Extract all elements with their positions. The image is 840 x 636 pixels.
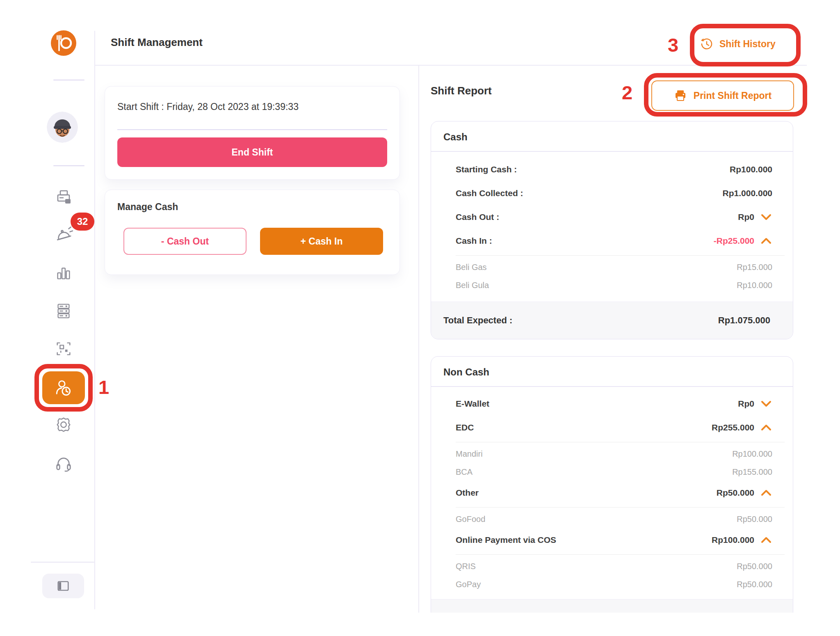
sidebar-bottom-divider bbox=[31, 562, 94, 563]
app-viewport: 32 bbox=[0, 0, 840, 613]
noncash-subrow-bca: BCA Rp155.000 bbox=[431, 463, 793, 481]
chevron-up-icon[interactable] bbox=[760, 423, 772, 432]
sidebar-divider bbox=[53, 80, 84, 80]
sidebar-item-cash-register[interactable] bbox=[54, 188, 74, 207]
sidebar-border bbox=[94, 31, 95, 609]
sidebar-item-kitchen-display[interactable] bbox=[54, 302, 73, 320]
row-divider bbox=[456, 554, 785, 555]
non-cash-card-title: Non Cash bbox=[431, 357, 793, 386]
noncash-row-online-payment-cos: Online Payment via COS Rp100.000 bbox=[431, 528, 793, 552]
cash-report-card: Cash Starting Cash : Rp100.000 Cash Coll… bbox=[431, 121, 793, 339]
history-clock-icon bbox=[700, 37, 714, 51]
order-rack-icon bbox=[54, 302, 73, 320]
cash-row-cash-collected: Cash Collected : Rp1.000.000 bbox=[431, 181, 793, 205]
chevron-up-icon[interactable] bbox=[760, 237, 772, 245]
user-avatar[interactable] bbox=[47, 112, 78, 143]
print-shift-report-button[interactable]: Print Shift Report bbox=[651, 80, 794, 111]
noncash-subrow-qris: QRIS Rp50.000 bbox=[431, 557, 793, 575]
chevron-down-icon[interactable] bbox=[760, 400, 772, 408]
cash-subrow-beli-gula: Beli Gula Rp10.000 bbox=[431, 276, 793, 294]
start-shift-text: Start Shift : Friday, 28 Oct 2023 at 19:… bbox=[117, 101, 299, 112]
notification-badge: 32 bbox=[71, 213, 94, 231]
non-cash-report-card: Non Cash E-Wallet Rp0 EDC Rp255.000 bbox=[431, 356, 793, 613]
print-shift-report-label: Print Shift Report bbox=[694, 90, 772, 101]
printer-icon bbox=[674, 89, 687, 102]
manage-cash-card: Manage Cash - Cash Out + Cash In bbox=[105, 190, 400, 275]
avatar-image bbox=[47, 112, 78, 143]
shift-person-clock-icon bbox=[53, 377, 74, 398]
sidebar-divider bbox=[53, 165, 84, 166]
sidebar-item-shift-management[interactable] bbox=[42, 371, 85, 404]
cash-row-cash-in: Cash In : -Rp25.000 bbox=[431, 229, 793, 253]
chevron-up-icon[interactable] bbox=[760, 489, 772, 497]
start-shift-card: Start Shift : Friday, 28 Oct 2023 at 19:… bbox=[105, 86, 400, 180]
noncash-subrow-mandiri: Mandiri Rp100.000 bbox=[431, 445, 793, 463]
cash-row-starting-cash: Starting Cash : Rp100.000 bbox=[431, 158, 793, 181]
cash-register-icon bbox=[54, 188, 74, 207]
cash-out-button[interactable]: - Cash Out bbox=[123, 228, 247, 255]
headset-icon bbox=[54, 454, 73, 473]
cash-subrow-beli-gas: Beli Gas Rp15.000 bbox=[431, 258, 793, 276]
column-divider bbox=[418, 66, 419, 613]
noncash-row-ewallet: E-Wallet Rp0 bbox=[431, 392, 793, 416]
header-divider bbox=[95, 65, 807, 66]
qr-scan-icon bbox=[54, 339, 73, 358]
noncash-subrow-gopay: GoPay Rp50.000 bbox=[431, 575, 793, 593]
sidebar-item-qr-scan[interactable] bbox=[54, 339, 73, 358]
shift-history-button[interactable]: Shift History bbox=[700, 37, 776, 51]
shift-report-title: Shift Report bbox=[431, 85, 492, 97]
chevron-up-icon[interactable] bbox=[760, 536, 772, 544]
page-title: Shift Management bbox=[111, 36, 203, 49]
sidebar-item-sales-chart[interactable] bbox=[54, 263, 73, 282]
chevron-down-icon[interactable] bbox=[760, 213, 772, 221]
cash-total-row: Total Expected : Rp1.075.000 bbox=[431, 302, 793, 339]
collapse-sidebar-button[interactable] bbox=[42, 574, 84, 598]
cash-card-title: Cash bbox=[431, 121, 793, 151]
end-shift-button[interactable]: End Shift bbox=[117, 137, 387, 167]
manage-cash-title: Manage Cash bbox=[117, 201, 178, 213]
collapse-panel-icon bbox=[56, 579, 71, 593]
cash-row-cash-out: Cash Out : Rp0 bbox=[431, 205, 793, 229]
restaurant-logo[interactable] bbox=[51, 30, 76, 56]
row-divider bbox=[456, 442, 785, 442]
announcement-bell-icon bbox=[53, 224, 74, 244]
row-divider bbox=[456, 507, 785, 508]
fork-plate-logo-icon bbox=[51, 30, 76, 56]
app-canvas: 32 bbox=[0, 0, 840, 636]
sidebar-item-support[interactable] bbox=[54, 454, 73, 473]
noncash-row-edc: EDC Rp255.000 bbox=[431, 416, 793, 439]
sidebar-item-settings[interactable] bbox=[54, 415, 73, 434]
start-shift-divider bbox=[117, 129, 387, 130]
row-divider bbox=[456, 255, 785, 256]
non-cash-total-row: Total Expected : Rp405.000 bbox=[431, 599, 793, 613]
cash-in-button[interactable]: + Cash In bbox=[260, 228, 383, 255]
noncash-subrow-gofood: GoFood Rp50.000 bbox=[431, 510, 793, 528]
sidebar-item-announcements[interactable] bbox=[53, 224, 74, 244]
gear-icon bbox=[54, 415, 73, 434]
noncash-row-other: Other Rp50.000 bbox=[431, 481, 793, 505]
shift-history-label: Shift History bbox=[719, 39, 776, 50]
bar-chart-icon bbox=[54, 263, 73, 282]
